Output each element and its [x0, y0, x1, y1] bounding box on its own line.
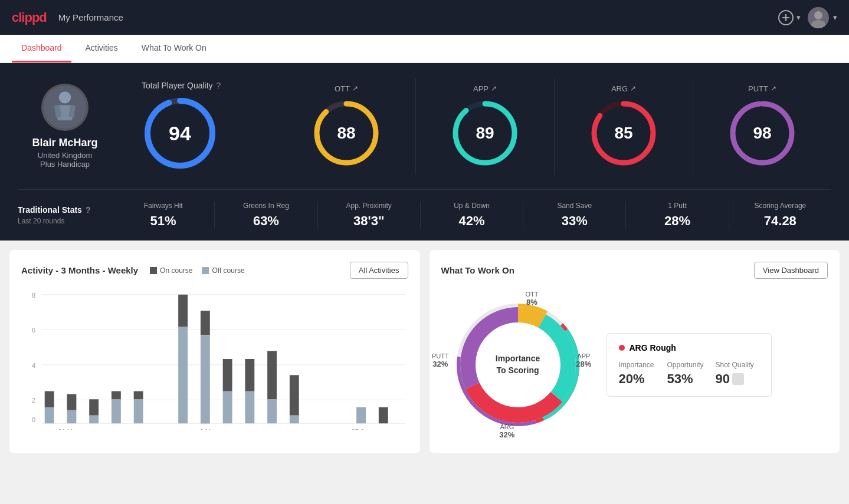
stat-sandsave-value: 33% — [562, 213, 588, 229]
trad-label: Traditional Stats ? Last 20 rounds — [18, 205, 112, 225]
activity-header-left: Activity - 3 Months - Weekly On course O… — [21, 265, 245, 275]
stat-oneputt-label: 1 Putt — [668, 202, 686, 210]
player-country: United Kingdom — [38, 151, 93, 160]
red-dot-icon — [619, 345, 625, 351]
stat-sandsave: Sand Save 33% — [523, 202, 626, 229]
info-shot-quality-value: 90 — [716, 371, 759, 387]
tab-what-to-work-on[interactable]: What To Work On — [132, 34, 216, 62]
trad-help-icon[interactable]: ? — [86, 205, 91, 215]
info-importance: Importance 20% — [619, 361, 663, 387]
svg-text:21 Mar: 21 Mar — [58, 428, 78, 430]
avatar — [808, 7, 829, 28]
arg-arrow-icon: ↗ — [630, 84, 636, 93]
bar-9-on — [245, 359, 254, 391]
putt-ring: 98 — [727, 98, 798, 169]
svg-text:9 May: 9 May — [200, 428, 218, 430]
stat-proximity: App. Proximity 38'3" — [318, 202, 421, 229]
bottom-panels: Activity - 3 Months - Weekly On course O… — [0, 241, 849, 463]
bar-7-off — [201, 335, 210, 423]
wtwo-panel-header: What To Work On View Dashboard — [441, 262, 828, 279]
user-avatar-button[interactable]: ▾ — [808, 7, 837, 28]
bar-1-on — [67, 394, 76, 410]
stat-fairways-value: 51% — [150, 213, 176, 229]
info-opportunity: Opportunity 53% — [667, 361, 711, 387]
bar-0-on — [45, 391, 54, 407]
stat-updown-label: Up & Down — [454, 202, 490, 210]
legend-on-course: On course — [150, 266, 192, 275]
hero-section: Blair McHarg United Kingdom Plus Handica… — [0, 63, 849, 241]
stat-greens-value: 63% — [253, 213, 279, 229]
player-handicap: Plus Handicap — [40, 160, 90, 169]
arg-value: 85 — [614, 124, 632, 143]
total-quality-card: Total Player Quality ? 94 — [130, 75, 260, 177]
total-quality-label: Total Player Quality ? — [142, 81, 221, 90]
ott-arrow-icon: ↗ — [352, 84, 358, 93]
bar-6-off — [178, 327, 188, 423]
header-right: ▾ ▾ — [778, 7, 837, 28]
shot-quality-color-box — [732, 373, 744, 385]
stat-oneputt: 1 Putt 28% — [626, 202, 729, 229]
app-value: 89 — [476, 124, 494, 143]
svg-text:27 Jun: 27 Jun — [352, 428, 371, 430]
avatar-image — [808, 7, 829, 28]
legend-off-course-dot — [202, 267, 209, 274]
add-button[interactable]: ▾ — [778, 9, 801, 26]
wtwo-content: ImportanceTo Scoring OTT 8% APP 28% ARG … — [441, 288, 828, 442]
header-left: clippd My Performance — [12, 10, 123, 25]
info-shot-quality-label: Shot Quality — [716, 361, 759, 369]
stat-sandsave-label: Sand Save — [557, 202, 592, 210]
info-importance-value: 20% — [619, 371, 663, 387]
activity-panel: Activity - 3 Months - Weekly On course O… — [9, 250, 420, 453]
svg-text:4: 4 — [32, 362, 35, 369]
total-quality-value: 94 — [169, 122, 191, 145]
bar-1-off — [67, 410, 76, 423]
svg-point-7 — [59, 91, 71, 103]
tabs-bar: Dashboard Activities What To Work On — [0, 35, 849, 63]
bar-6-on — [178, 295, 188, 327]
add-circle-icon — [778, 9, 794, 26]
svg-text:8: 8 — [32, 292, 35, 299]
stat-updown-value: 42% — [458, 213, 484, 229]
traditional-stats: Traditional Stats ? Last 20 rounds Fairw… — [18, 190, 831, 229]
stat-updown: Up & Down 42% — [421, 202, 523, 229]
putt-label: PUTT ↗ — [748, 84, 776, 93]
avatar-chevron: ▾ — [833, 13, 837, 22]
bar-8-off — [223, 391, 232, 424]
bar-4-on — [134, 391, 143, 400]
stat-proximity-value: 38'3" — [353, 213, 384, 229]
all-activities-button[interactable]: All Activities — [350, 262, 408, 279]
activity-title: Activity - 3 Months - Weekly — [21, 265, 138, 275]
bar-0-off — [45, 407, 54, 423]
stat-greens: Greens In Reg 63% — [215, 202, 317, 229]
score-card-putt: PUTT ↗ 98 — [693, 78, 831, 174]
info-opportunity-label: Opportunity — [667, 361, 711, 369]
view-dashboard-button[interactable]: View Dashboard — [754, 262, 828, 279]
donut-label-putt: PUTT 32% — [422, 353, 458, 368]
info-importance-label: Importance — [619, 361, 663, 369]
legend-off-course: Off course — [202, 266, 244, 275]
info-card-title: ARG Rough — [619, 343, 759, 353]
stat-scoring: Scoring Average 74.28 — [729, 202, 831, 229]
page-title: My Performance — [58, 12, 123, 22]
svg-text:2: 2 — [32, 397, 35, 404]
stat-fairways: Fairways Hit 51% — [112, 202, 215, 229]
tab-dashboard[interactable]: Dashboard — [12, 34, 71, 62]
trad-subtitle: Last 20 rounds — [18, 217, 112, 225]
wtwo-title: What To Work On — [441, 265, 514, 275]
bar-2-off — [89, 416, 99, 424]
bar-14-off — [356, 407, 366, 423]
putt-value: 98 — [753, 124, 771, 143]
help-icon[interactable]: ? — [217, 81, 221, 90]
player-info: Blair McHarg United Kingdom Plus Handica… — [18, 84, 112, 169]
bar-3-on — [112, 391, 121, 400]
svg-point-4 — [814, 11, 822, 19]
stat-greens-label: Greens In Reg — [243, 202, 289, 210]
score-card-arg: ARG ↗ 85 — [555, 78, 693, 174]
donut-label-app: APP 28% — [576, 353, 591, 368]
svg-text:0: 0 — [32, 416, 35, 423]
bar-2-on — [89, 399, 99, 415]
total-quality-ring: 94 — [142, 95, 218, 172]
svg-text:6: 6 — [32, 327, 35, 334]
bar-4-off — [134, 399, 143, 423]
tab-activities[interactable]: Activities — [76, 34, 127, 62]
